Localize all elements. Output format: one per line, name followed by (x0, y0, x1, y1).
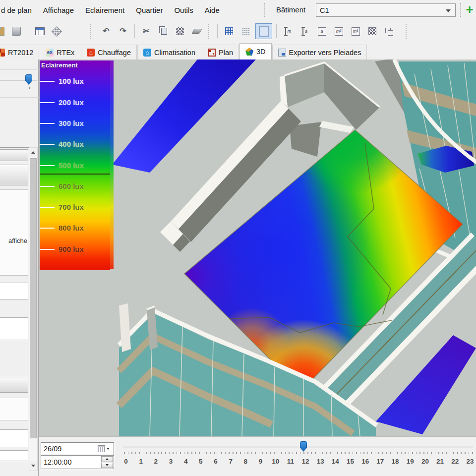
hour-label-21: 21 (436, 458, 444, 465)
timeline-thumb[interactable] (300, 441, 307, 452)
cut-button[interactable]: ✂ (139, 24, 154, 39)
menu-separator-2 (460, 3, 461, 17)
arrow-up-icon (106, 458, 109, 460)
selection-button[interactable] (255, 23, 272, 39)
hour-label-22: 22 (451, 458, 459, 465)
timeline-track[interactable] (123, 446, 473, 448)
grid-button[interactable] (222, 24, 237, 39)
legend-tick-line (40, 81, 55, 82)
batiment-select[interactable]: C1 (316, 3, 456, 17)
sidebar-slider-thumb[interactable] (25, 74, 32, 85)
hour-label-5: 5 (199, 458, 203, 465)
hour-label-16: 16 (361, 458, 369, 465)
toolbar-separator (406, 24, 407, 39)
sidebar-button[interactable] (0, 377, 28, 393)
area-a-button[interactable]: a (314, 24, 329, 39)
area-hatch-icon (368, 27, 376, 35)
filled-square-button[interactable] (9, 24, 24, 39)
undo-icon-glyph: ↶ (103, 27, 109, 35)
measure-angle-icon (302, 27, 305, 35)
scroll-up-button[interactable] (29, 148, 37, 157)
tab-rtex[interactable]: exRTEx (40, 45, 80, 60)
toolbar-separator (134, 24, 135, 38)
toolbar-group: maam²m³ (281, 24, 397, 39)
scrollbar-thumb[interactable] (30, 158, 37, 438)
chauffage-tab-icon: ⌂ (87, 49, 95, 57)
time-up-button[interactable] (101, 456, 113, 462)
legend-tick-label: 400 lux (59, 140, 84, 148)
date-field[interactable]: 26/09 (41, 442, 114, 455)
hour-timeline[interactable]: 01234567891011121314151617181920212223 (121, 437, 476, 473)
measure-angle-button[interactable]: a (298, 24, 312, 39)
hatch-button[interactable] (173, 24, 187, 39)
menu-item-affichage[interactable]: Affichage (43, 6, 74, 14)
table-button[interactable] (32, 24, 47, 39)
tab-export[interactable]: Exporter vers Pleiades (272, 45, 367, 60)
hour-label-17: 17 (376, 458, 384, 465)
table-icon (35, 27, 45, 35)
sidebar-field[interactable] (0, 317, 28, 340)
time-spinner (101, 456, 113, 468)
legend-tick-label: 300 lux (59, 119, 84, 127)
area-a-icon: a (318, 27, 326, 36)
tab-3d[interactable]: 3D (239, 43, 272, 60)
export-tab-icon (278, 49, 286, 57)
sidebar-panel (0, 398, 28, 420)
sidebar-partial-label: affiche (0, 237, 27, 244)
time-down-button[interactable] (101, 463, 113, 469)
sidebar-field[interactable] (0, 429, 28, 447)
copy-button[interactable] (156, 24, 171, 39)
tab-plan[interactable]: Plan (202, 45, 239, 60)
redo-button[interactable]: ↷ (116, 24, 130, 39)
tab-chauffage[interactable]: ⌂Chauffage (81, 45, 137, 60)
legend-tick-label: 700 lux (59, 203, 84, 211)
tab-climatisation[interactable]: ⌂Climatisation (137, 45, 201, 60)
measure-length-button[interactable]: m (281, 24, 296, 39)
viewport-3d[interactable]: Eclairement 100 lux200 lux300 lux400 lux… (39, 60, 476, 436)
area-m3-icon: m³ (352, 27, 360, 36)
legend-tick-line (40, 249, 55, 250)
time-field[interactable]: 12:00:00 (41, 455, 114, 469)
sidebar-field[interactable] (0, 450, 28, 461)
menu-item-d-de-plan[interactable]: d de plan (1, 6, 32, 14)
area-hatch-button[interactable] (365, 24, 380, 39)
area-m2-button[interactable]: m² (331, 24, 346, 39)
sidebar-scrollbar[interactable] (29, 147, 38, 471)
tab-label: Exporter vers Pleiades (289, 49, 361, 57)
hour-label-3: 3 (169, 458, 173, 465)
menu-item-aide[interactable]: Aide (205, 6, 220, 14)
batiment-label: Bâtiment (276, 5, 305, 14)
date-picker-button[interactable] (95, 444, 113, 454)
offset-button[interactable] (382, 24, 397, 39)
image-button[interactable] (0, 24, 7, 39)
rt2012-tab-icon (0, 49, 5, 57)
scroll-down-button[interactable] (29, 461, 37, 471)
menu-item-outils[interactable]: Outils (174, 6, 193, 14)
menu-item-eclairement[interactable]: Eclairement (85, 6, 124, 14)
undo-button[interactable]: ↶ (99, 24, 114, 39)
tab-rt2012[interactable]: RT2012 (0, 45, 39, 60)
area-m3-button[interactable]: m³ (348, 24, 363, 39)
legend-tick-label: 500 lux (59, 161, 84, 170)
grid-dots-button[interactable] (238, 24, 253, 39)
menu-separator (264, 3, 265, 17)
add-batiment-button[interactable]: + (463, 2, 476, 17)
climatisation-tab-icon: ⌂ (143, 49, 151, 57)
sidebar-button[interactable] (0, 165, 28, 185)
sidebar-button[interactable] (0, 149, 28, 161)
hour-label-12: 12 (302, 458, 309, 465)
sidebar-field[interactable] (0, 283, 28, 299)
hour-label-14: 14 (332, 458, 339, 465)
eraser-button[interactable] (189, 24, 204, 39)
legend-tick-line (40, 123, 55, 124)
hatch-icon (176, 27, 184, 35)
menu-item-quartier[interactable]: Quartier (136, 6, 163, 14)
hour-label-1: 1 (139, 458, 143, 465)
heatmap-sliver (110, 60, 114, 269)
filled-square-icon (12, 27, 21, 36)
hour-label-15: 15 (347, 458, 354, 465)
left-sidebar: affiche (0, 60, 39, 476)
pattern-dice-button[interactable] (49, 24, 64, 39)
toolbar-group (222, 23, 272, 39)
toolbar-separator (90, 24, 91, 39)
